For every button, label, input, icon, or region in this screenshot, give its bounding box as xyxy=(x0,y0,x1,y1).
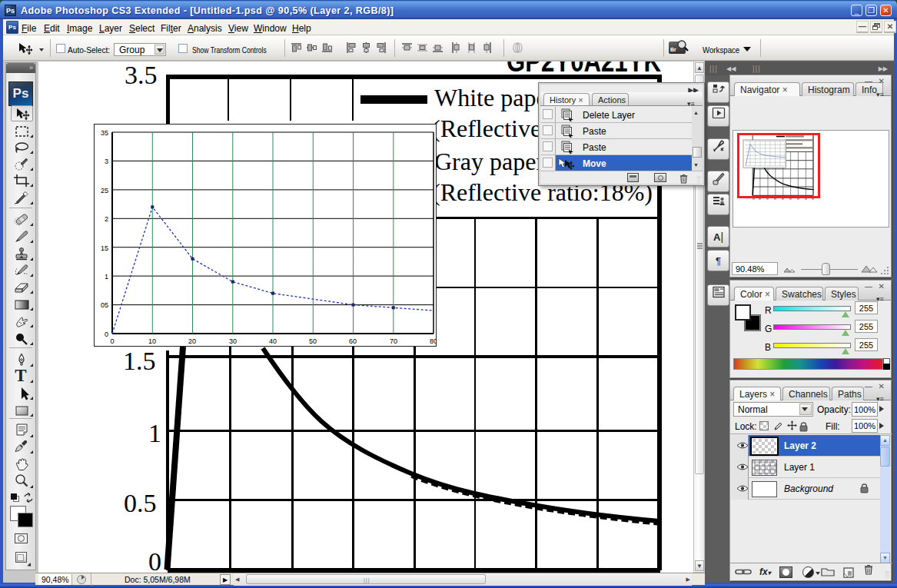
svg-text:60: 60 xyxy=(349,337,357,345)
svg-text:35: 35 xyxy=(101,129,108,137)
svg-text:20: 20 xyxy=(188,337,196,345)
svg-text:80: 80 xyxy=(430,337,436,345)
svg-text:10: 10 xyxy=(148,337,156,345)
svg-text:1: 1 xyxy=(105,273,108,281)
svg-text:2: 2 xyxy=(105,215,108,223)
svg-text:40: 40 xyxy=(269,337,277,345)
svg-text:0: 0 xyxy=(105,331,108,338)
svg-text:0: 0 xyxy=(110,337,114,345)
svg-text:50: 50 xyxy=(309,337,317,345)
svg-text:05: 05 xyxy=(101,301,108,309)
svg-text:15: 15 xyxy=(101,244,108,252)
svg-text:3: 3 xyxy=(105,158,108,165)
svg-text:25: 25 xyxy=(101,187,108,194)
svg-text:30: 30 xyxy=(229,337,237,345)
svg-text:70: 70 xyxy=(390,337,397,345)
